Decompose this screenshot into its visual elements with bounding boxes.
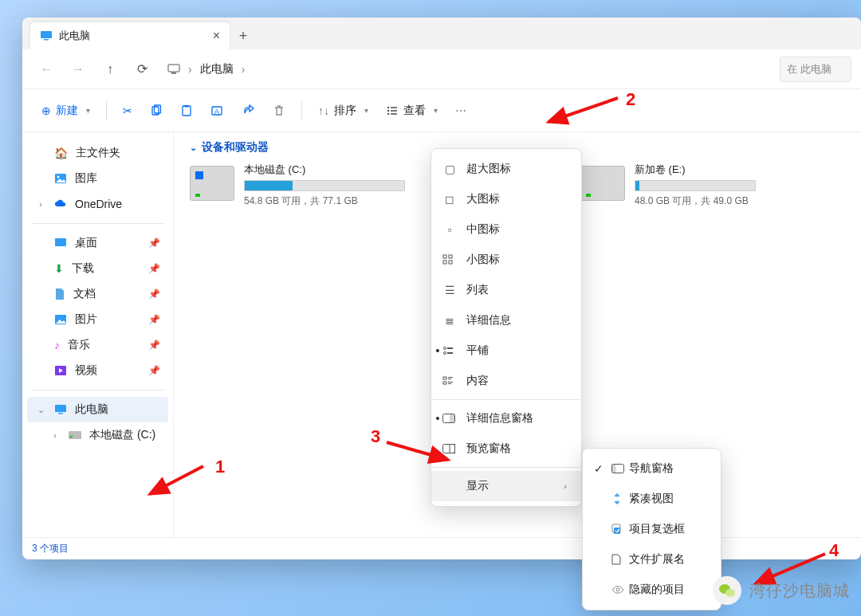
svg-point-14 (387, 112, 389, 114)
pin-icon[interactable]: 📌 (148, 288, 160, 300)
rename-button[interactable]: A (204, 96, 231, 125)
menu-item-label: 预览窗格 (466, 441, 511, 456)
pin-icon[interactable]: 📌 (148, 237, 160, 249)
refresh-button[interactable]: ⟳ (128, 55, 156, 84)
svg-rect-0 (41, 31, 52, 38)
new-tab-button[interactable]: + (230, 22, 257, 49)
watermark: 湾仔沙电脑城 (713, 576, 850, 605)
sidebar-item-pictures[interactable]: 图片 📌 (27, 307, 168, 332)
show-submenu: ✓ 导航窗格 紧凑视图 项目复选框 文件扩展名 隐藏的项目 (582, 448, 721, 610)
divider (106, 101, 107, 120)
sidebar-item-downloads[interactable]: ⬇ 下载 📌 (27, 256, 168, 281)
svg-point-47 (616, 588, 619, 591)
sidebar-item-music[interactable]: ♪ 音乐 📌 (27, 332, 168, 358)
sidebar-item-videos[interactable]: 视频 📌 (27, 358, 168, 383)
sidebar-item-label: 图片 (75, 312, 97, 327)
copy-button[interactable] (144, 96, 169, 125)
svg-rect-27 (443, 261, 446, 264)
arrow-icon (383, 434, 454, 466)
sidebar-item-desktop[interactable]: 桌面 📌 (27, 230, 168, 256)
monitor-icon (40, 29, 53, 42)
drive-item[interactable]: 本地磁盘 (C:) 54.8 GB 可用，共 77.1 GB (190, 163, 405, 208)
sort-button[interactable]: ↑↓ 排序 ▾ (312, 96, 375, 125)
tab-bar: 此电脑 × + (22, 18, 861, 49)
document-icon (54, 288, 65, 300)
share-button[interactable] (236, 96, 261, 125)
toolbar: ⊕ 新建 ▾ ✂ A ↑↓ 排序 ▾ 查看 ▾ (22, 89, 861, 132)
pin-icon[interactable]: 📌 (148, 263, 160, 274)
svg-rect-7 (185, 105, 189, 108)
tab-title: 此电脑 (59, 29, 90, 43)
back-button[interactable]: ← (32, 55, 61, 84)
menu-item-extensions[interactable]: 文件扩展名 (583, 544, 721, 575)
status-item-count: 3 个项目 (32, 542, 69, 555)
chevron-right-icon[interactable]: › (35, 199, 46, 209)
sidebar-item-gallery[interactable]: 图库 (27, 166, 168, 191)
video-icon (54, 365, 67, 376)
pin-icon[interactable]: 📌 (148, 314, 160, 325)
menu-item-nav-pane[interactable]: ✓ 导航窗格 (583, 453, 721, 484)
chevron-down-icon[interactable]: ⌄ (35, 405, 46, 415)
new-button[interactable]: ⊕ 新建 ▾ (35, 96, 96, 125)
menu-item-checkboxes[interactable]: 项目复选框 (583, 514, 721, 544)
tab-this-pc[interactable]: 此电脑 × (30, 22, 230, 49)
menu-item-label: 隐藏的项目 (618, 583, 685, 597)
more-button[interactable]: ⋯ (449, 96, 473, 125)
nav-pane-icon (611, 464, 626, 473)
menu-item-show[interactable]: 显示 › (431, 471, 581, 501)
menu-item-xlarge-icons[interactable]: ▢ 超大图标 (431, 154, 581, 184)
breadcrumb-location[interactable]: 此电脑 (200, 62, 234, 77)
menu-item-medium-icons[interactable]: ▫ 中图标 (431, 214, 581, 245)
sidebar-item-label: 图库 (75, 171, 97, 186)
svg-rect-28 (449, 261, 452, 264)
divider (32, 223, 163, 224)
up-button[interactable]: ↑ (96, 55, 124, 84)
menu-item-label: 显示 (444, 479, 489, 493)
search-input[interactable]: 在 此电脑 (780, 57, 851, 82)
svg-rect-30 (447, 347, 453, 349)
svg-rect-37 (448, 382, 453, 383)
menu-item-label: 大图标 (466, 192, 500, 206)
radio-dot-icon: • (434, 344, 441, 357)
delete-button[interactable] (266, 96, 292, 125)
menu-item-label: 超大图标 (466, 162, 511, 176)
menu-item-details[interactable]: ≣ 详细信息 (431, 305, 581, 335)
svg-rect-35 (448, 379, 451, 379)
cut-button[interactable]: ✂ (116, 96, 139, 125)
menu-item-label: 平铺 (466, 343, 489, 358)
sidebar-item-drive-c[interactable]: › 本地磁盘 (C:) (27, 422, 168, 448)
annotation-1: 1 (215, 457, 225, 477)
close-tab-icon[interactable]: × (213, 29, 220, 42)
menu-item-hidden[interactable]: 隐藏的项目 (583, 575, 721, 605)
forward-button[interactable]: → (64, 55, 92, 84)
menu-item-list[interactable]: ☰ 列表 (431, 275, 581, 305)
arrow-icon (542, 94, 622, 126)
sidebar-item-label: 桌面 (75, 236, 97, 250)
sidebar-item-home[interactable]: 🏠 主文件夹 (27, 140, 168, 166)
svg-rect-11 (391, 107, 397, 108)
menu-item-small-icons[interactable]: 小图标 (431, 245, 581, 275)
music-icon: ♪ (54, 339, 60, 351)
menu-item-content[interactable]: 内容 (431, 366, 581, 396)
svg-point-12 (387, 109, 389, 111)
chevron-right-icon: › (242, 63, 246, 76)
menu-item-large-icons[interactable]: ◻ 大图标 (431, 184, 581, 214)
sidebar-item-documents[interactable]: 文档 📌 (27, 281, 168, 307)
ellipsis-icon: ⋯ (455, 104, 466, 117)
breadcrumb[interactable]: › 此电脑 › (167, 62, 245, 77)
drive-name: 本地磁盘 (C:) (244, 163, 405, 177)
pin-icon[interactable]: 📌 (148, 339, 160, 351)
menu-item-label: 文件扩展名 (618, 552, 685, 567)
sidebar-item-onedrive[interactable]: › OneDrive (27, 191, 168, 217)
menu-separator (431, 399, 581, 400)
menu-item-tiles[interactable]: • 平铺 (431, 335, 581, 366)
view-button[interactable]: 查看 ▾ (379, 96, 444, 125)
svg-rect-32 (447, 352, 453, 354)
menu-item-details-pane[interactable]: • 详细信息窗格 (431, 403, 581, 434)
drive-item[interactable]: 新加卷 (E:) 48.0 GB 可用，共 49.0 GB (580, 163, 756, 208)
sidebar-item-this-pc[interactable]: ⌄ 此电脑 (27, 397, 168, 422)
chevron-right-icon[interactable]: › (49, 430, 61, 440)
paste-button[interactable] (174, 96, 199, 125)
pin-icon[interactable]: 📌 (148, 365, 160, 376)
menu-item-compact[interactable]: 紧凑视图 (583, 484, 721, 514)
